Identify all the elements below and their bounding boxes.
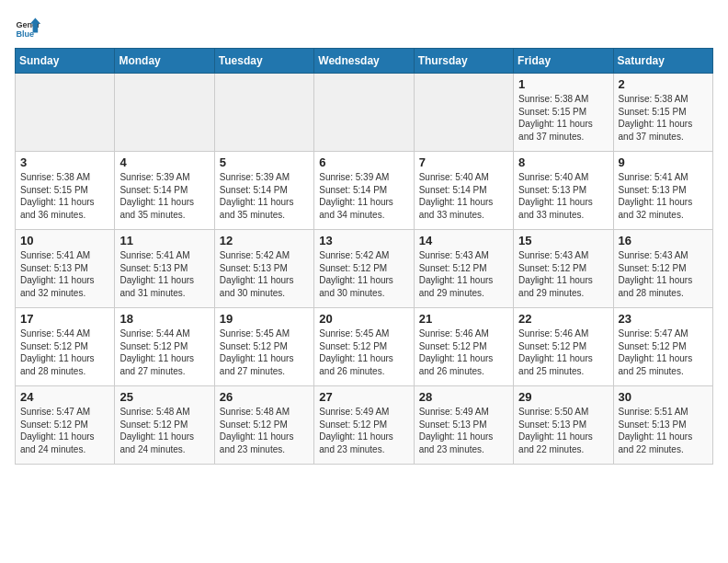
day-number: 1: [518, 77, 608, 91]
day-number: 17: [20, 312, 109, 326]
calendar-cell: 18 Sunrise: 5:44 AMSunset: 5:12 PMDaylig…: [115, 308, 214, 386]
cell-info: Sunrise: 5:41 AMSunset: 5:13 PMDaylight:…: [119, 250, 194, 298]
cell-info: Sunrise: 5:41 AMSunset: 5:13 PMDaylight:…: [619, 172, 693, 220]
cell-info: Sunrise: 5:39 AMSunset: 5:14 PMDaylight:…: [119, 172, 194, 220]
calendar-cell: 25 Sunrise: 5:48 AMSunset: 5:12 PMDaylig…: [115, 386, 214, 465]
calendar-cell: [414, 74, 513, 152]
logo-icon: General Blue: [15, 15, 40, 40]
day-number: 11: [119, 234, 209, 247]
calendar-cell: 26 Sunrise: 5:48 AMSunset: 5:12 PMDaylig…: [214, 386, 313, 465]
svg-text:Blue: Blue: [16, 29, 34, 39]
calendar-cell: [314, 74, 414, 152]
calendar-cell: 16 Sunrise: 5:43 AMSunset: 5:12 PMDaylig…: [613, 230, 712, 308]
cell-info: Sunrise: 5:45 AMSunset: 5:12 PMDaylight:…: [319, 328, 393, 376]
calendar-cell: 22 Sunrise: 5:46 AMSunset: 5:12 PMDaylig…: [514, 308, 613, 386]
header-row: SundayMondayTuesdayWednesdayThursdayFrid…: [16, 49, 713, 74]
calendar-cell: [16, 74, 115, 152]
week-row-2: 3 Sunrise: 5:38 AMSunset: 5:15 PMDayligh…: [16, 152, 713, 230]
day-number: 23: [619, 312, 708, 326]
calendar-table: SundayMondayTuesdayWednesdayThursdayFrid…: [15, 48, 713, 465]
calendar-cell: 27 Sunrise: 5:49 AMSunset: 5:12 PMDaylig…: [314, 386, 414, 465]
calendar-cell: 2 Sunrise: 5:38 AMSunset: 5:15 PMDayligh…: [613, 74, 712, 152]
cell-info: Sunrise: 5:43 AMSunset: 5:12 PMDaylight:…: [619, 250, 693, 298]
cell-info: Sunrise: 5:47 AMSunset: 5:12 PMDaylight:…: [20, 407, 95, 454]
calendar-cell: 10 Sunrise: 5:41 AMSunset: 5:13 PMDaylig…: [16, 230, 115, 308]
cell-info: Sunrise: 5:44 AMSunset: 5:12 PMDaylight:…: [20, 328, 95, 376]
day-number: 6: [319, 155, 408, 169]
day-number: 7: [419, 155, 508, 169]
calendar-cell: 5 Sunrise: 5:39 AMSunset: 5:14 PMDayligh…: [214, 152, 313, 230]
day-number: 29: [518, 390, 608, 404]
day-number: 30: [619, 390, 708, 404]
day-number: 28: [419, 390, 508, 404]
cell-info: Sunrise: 5:38 AMSunset: 5:15 PMDaylight:…: [20, 172, 95, 220]
cell-info: Sunrise: 5:38 AMSunset: 5:15 PMDaylight:…: [518, 94, 593, 142]
weekday-header-friday: Friday: [514, 49, 613, 74]
cell-info: Sunrise: 5:42 AMSunset: 5:12 PMDaylight:…: [319, 250, 393, 298]
week-row-1: 1 Sunrise: 5:38 AMSunset: 5:15 PMDayligh…: [16, 74, 713, 152]
cell-info: Sunrise: 5:50 AMSunset: 5:13 PMDaylight:…: [518, 407, 593, 454]
cell-info: Sunrise: 5:49 AMSunset: 5:12 PMDaylight:…: [319, 407, 393, 454]
day-number: 27: [319, 390, 408, 404]
cell-info: Sunrise: 5:45 AMSunset: 5:12 PMDaylight:…: [220, 328, 294, 376]
calendar-cell: 21 Sunrise: 5:46 AMSunset: 5:12 PMDaylig…: [414, 308, 513, 386]
day-number: 14: [419, 234, 508, 247]
day-number: 9: [619, 155, 708, 169]
week-row-3: 10 Sunrise: 5:41 AMSunset: 5:13 PMDaylig…: [16, 230, 713, 308]
logo: General Blue: [15, 15, 44, 40]
calendar-cell: 24 Sunrise: 5:47 AMSunset: 5:12 PMDaylig…: [16, 386, 115, 465]
cell-info: Sunrise: 5:49 AMSunset: 5:13 PMDaylight:…: [419, 407, 494, 454]
cell-info: Sunrise: 5:48 AMSunset: 5:12 PMDaylight:…: [119, 407, 194, 454]
day-number: 8: [518, 155, 608, 169]
day-number: 24: [20, 390, 109, 404]
day-number: 13: [319, 234, 408, 247]
day-number: 12: [220, 234, 309, 247]
day-number: 21: [419, 312, 508, 326]
calendar-cell: [214, 74, 313, 152]
calendar-cell: 29 Sunrise: 5:50 AMSunset: 5:13 PMDaylig…: [514, 386, 613, 465]
day-number: 20: [319, 312, 408, 326]
calendar-cell: 13 Sunrise: 5:42 AMSunset: 5:12 PMDaylig…: [314, 230, 414, 308]
cell-info: Sunrise: 5:46 AMSunset: 5:12 PMDaylight:…: [419, 328, 494, 376]
calendar-cell: 28 Sunrise: 5:49 AMSunset: 5:13 PMDaylig…: [414, 386, 513, 465]
calendar-cell: 30 Sunrise: 5:51 AMSunset: 5:13 PMDaylig…: [613, 386, 712, 465]
day-number: 26: [220, 390, 309, 404]
calendar-cell: 8 Sunrise: 5:40 AMSunset: 5:13 PMDayligh…: [514, 152, 613, 230]
weekday-header-wednesday: Wednesday: [314, 49, 414, 74]
calendar-cell: 11 Sunrise: 5:41 AMSunset: 5:13 PMDaylig…: [115, 230, 214, 308]
cell-info: Sunrise: 5:43 AMSunset: 5:12 PMDaylight:…: [419, 250, 494, 298]
day-number: 2: [619, 77, 708, 91]
calendar-cell: 3 Sunrise: 5:38 AMSunset: 5:15 PMDayligh…: [16, 152, 115, 230]
day-number: 19: [220, 312, 309, 326]
cell-info: Sunrise: 5:40 AMSunset: 5:14 PMDaylight:…: [419, 172, 494, 220]
day-number: 5: [220, 155, 309, 169]
day-number: 18: [119, 312, 209, 326]
cell-info: Sunrise: 5:38 AMSunset: 5:15 PMDaylight:…: [619, 94, 693, 142]
cell-info: Sunrise: 5:48 AMSunset: 5:12 PMDaylight:…: [220, 407, 294, 454]
calendar-cell: 7 Sunrise: 5:40 AMSunset: 5:14 PMDayligh…: [414, 152, 513, 230]
weekday-header-tuesday: Tuesday: [214, 49, 313, 74]
day-number: 10: [20, 234, 109, 247]
weekday-header-saturday: Saturday: [613, 49, 712, 74]
calendar-cell: 15 Sunrise: 5:43 AMSunset: 5:12 PMDaylig…: [514, 230, 613, 308]
calendar-cell: 12 Sunrise: 5:42 AMSunset: 5:13 PMDaylig…: [214, 230, 313, 308]
weekday-header-thursday: Thursday: [414, 49, 513, 74]
cell-info: Sunrise: 5:46 AMSunset: 5:12 PMDaylight:…: [518, 328, 593, 376]
cell-info: Sunrise: 5:44 AMSunset: 5:12 PMDaylight:…: [119, 328, 194, 376]
day-number: 15: [518, 234, 608, 247]
cell-info: Sunrise: 5:39 AMSunset: 5:14 PMDaylight:…: [220, 172, 294, 220]
cell-info: Sunrise: 5:47 AMSunset: 5:12 PMDaylight:…: [619, 328, 693, 376]
day-number: 3: [20, 155, 109, 169]
header: General Blue: [15, 15, 713, 40]
weekday-header-monday: Monday: [115, 49, 214, 74]
day-number: 22: [518, 312, 608, 326]
calendar-cell: 20 Sunrise: 5:45 AMSunset: 5:12 PMDaylig…: [314, 308, 414, 386]
calendar-cell: 6 Sunrise: 5:39 AMSunset: 5:14 PMDayligh…: [314, 152, 414, 230]
day-number: 4: [119, 155, 209, 169]
calendar-cell: 1 Sunrise: 5:38 AMSunset: 5:15 PMDayligh…: [514, 74, 613, 152]
week-row-5: 24 Sunrise: 5:47 AMSunset: 5:12 PMDaylig…: [16, 386, 713, 465]
calendar-cell: 9 Sunrise: 5:41 AMSunset: 5:13 PMDayligh…: [613, 152, 712, 230]
day-number: 16: [619, 234, 708, 247]
cell-info: Sunrise: 5:39 AMSunset: 5:14 PMDaylight:…: [319, 172, 393, 220]
cell-info: Sunrise: 5:51 AMSunset: 5:13 PMDaylight:…: [619, 407, 693, 454]
